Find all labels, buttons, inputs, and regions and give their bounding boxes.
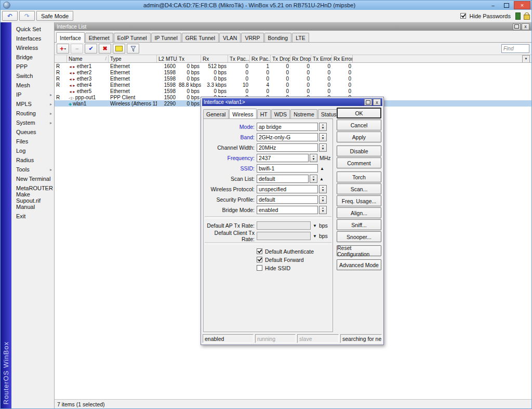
column-rx-pac[interactable]: Rx Pac... — [250, 55, 271, 62]
tab-vrrp[interactable]: VRRP — [241, 33, 263, 42]
enable-button[interactable]: ✔ — [85, 44, 97, 54]
dialog-tab-wds[interactable]: WDS — [271, 109, 290, 118]
table-row-ether3[interactable]: R◄►ether3Ethernet15980 bps0 bps000000 — [55, 75, 531, 82]
safe-mode-button[interactable]: Safe Mode — [36, 11, 73, 21]
torch-button[interactable]: Torch — [337, 171, 381, 182]
disable-button[interactable]: ✖ — [99, 44, 111, 54]
sidebar-item-exit[interactable]: Exit — [11, 212, 54, 221]
tab-eoip-tunnel[interactable]: EoIP Tunnel — [114, 33, 151, 42]
interface-list-titlebar[interactable]: Interface List x — [55, 22, 531, 31]
scan-list-dropdown-button[interactable]: ▾ — [310, 175, 317, 183]
scan-list-collapse-button[interactable]: ▲ — [320, 177, 324, 181]
sidebar-item-queues[interactable]: Queues — [11, 127, 54, 137]
hide-ssid-checkbox[interactable] — [257, 265, 262, 271]
sidebar-item-radius[interactable]: Radius — [11, 155, 54, 165]
bridge-mode-input[interactable]: enabled — [257, 206, 318, 214]
dialog-tab-wireless[interactable]: Wireless — [229, 109, 256, 119]
ssid-input[interactable]: bwifi-1 — [257, 164, 318, 173]
column-rx-errors[interactable]: Rx Errors — [332, 55, 353, 62]
sidebar-item-log[interactable]: Log — [11, 146, 54, 155]
sidebar-item-routing[interactable]: Routing▸ — [11, 109, 54, 118]
tab-lte[interactable]: LTE — [292, 33, 309, 42]
security-profile-dropdown-button[interactable]: ▾ — [319, 195, 327, 204]
tab-gre-tunnel[interactable]: GRE Tunnel — [182, 33, 219, 42]
undo-button[interactable]: ↶ — [2, 11, 18, 21]
sidebar-item-ppp[interactable]: PPP — [11, 62, 54, 71]
column-flag[interactable] — [55, 55, 67, 62]
interface-list-close-button[interactable]: x — [522, 23, 529, 30]
sidebar-item-wireless[interactable]: Wireless — [11, 43, 54, 52]
interface-list-restore-button[interactable] — [513, 23, 521, 30]
tab-bonding[interactable]: Bonding — [264, 33, 292, 42]
default-authenticate-checkbox[interactable] — [257, 248, 262, 254]
dialog-close-button[interactable]: x — [373, 99, 381, 105]
column-rx[interactable]: Rx — [201, 55, 228, 62]
comment-button[interactable] — [113, 44, 125, 54]
align-button[interactable]: Align... — [337, 207, 381, 218]
frequency-dropdown-button[interactable]: ▾ — [310, 154, 317, 162]
table-row-ether5[interactable]: ◄►ether5Ethernet15980 bps0 bps000000 — [55, 88, 531, 94]
column-tx-drops[interactable]: Tx Drops — [271, 55, 290, 62]
filter-button[interactable] — [127, 44, 139, 54]
sidebar-item-bridge[interactable]: Bridge — [11, 52, 54, 62]
column-type[interactable]: Type — [109, 55, 157, 62]
sidebar-item-make-supout-rif[interactable]: Make Supout.rif — [11, 193, 54, 202]
sidebar-item-switch[interactable]: Switch — [11, 71, 54, 81]
sidebar-item-quick-set[interactable]: Quick Set — [11, 24, 54, 34]
freq-usage-button[interactable]: Freq. Usage... — [337, 195, 381, 206]
frequency-input[interactable]: 2437 — [257, 154, 309, 162]
reset-configuration-button[interactable]: Reset Configuration — [337, 245, 381, 256]
redo-button[interactable]: ↷ — [19, 11, 35, 21]
sidebar-item-mesh[interactable]: Mesh — [11, 81, 54, 90]
column-tx-pac[interactable]: Tx Pac... — [228, 55, 250, 62]
band-dropdown-button[interactable]: ▾ — [319, 133, 327, 141]
wireless-protocol-dropdown-button[interactable]: ▾ — [319, 185, 327, 193]
table-row-ether1[interactable]: R◄►ether1Ethernet16000 bps512 bps010000 — [55, 63, 531, 69]
sidebar-item-ip[interactable]: IP▸ — [11, 90, 54, 99]
column-tx-errors[interactable]: Tx Errors — [311, 55, 332, 62]
security-profile-input[interactable]: default — [257, 195, 318, 204]
sidebar-item-new-terminal[interactable]: New Terminal — [11, 174, 54, 183]
channel-width-dropdown-button[interactable]: ▾ — [319, 143, 327, 152]
sidebar-item-files[interactable]: Files — [11, 137, 54, 146]
column-l2-mtu[interactable]: L2 MTU — [157, 55, 177, 62]
close-button[interactable]: × — [514, 1, 530, 9]
column-tx[interactable]: Tx — [177, 55, 201, 62]
channel-width-input[interactable]: 20MHz — [257, 143, 318, 152]
sidebar-item-interfaces[interactable]: Interfaces — [11, 34, 54, 43]
column-rx-drops[interactable]: Rx Drops — [290, 55, 311, 62]
restore-button[interactable] — [500, 2, 513, 9]
dialog-tab-nstreme[interactable]: Nstreme — [290, 109, 317, 118]
default-forward-checkbox[interactable] — [257, 257, 262, 262]
tab-interface[interactable]: Interface — [56, 32, 85, 43]
snooper-button[interactable]: Snooper... — [337, 231, 381, 242]
column-selector-button[interactable]: ▼ — [522, 55, 530, 62]
apply-button[interactable]: Apply — [337, 131, 381, 142]
wireless-protocol-input[interactable]: unspecified — [257, 185, 318, 193]
cancel-button[interactable]: Cancel — [337, 120, 381, 130]
minimize-button[interactable]: – — [487, 2, 499, 9]
sniff-button[interactable]: Sniff... — [337, 219, 381, 230]
mode-input[interactable]: ap bridge — [257, 123, 318, 131]
sidebar-item-mpls[interactable]: MPLS▸ — [11, 99, 54, 109]
sidebar-item-system[interactable]: System▸ — [11, 118, 54, 127]
dialog-tab-ht[interactable]: HT — [257, 109, 271, 118]
mode-dropdown-button[interactable]: ▾ — [319, 123, 327, 131]
column-name[interactable]: Name/ — [67, 55, 109, 62]
scan-list-input[interactable]: default — [257, 175, 309, 183]
dialog-tab-general[interactable]: General — [203, 109, 229, 118]
remove-button[interactable]: − — [71, 44, 83, 54]
dialog-restore-button[interactable] — [364, 99, 372, 105]
tab-ethernet[interactable]: Ethernet — [85, 33, 113, 42]
add-button[interactable]: +▾ — [57, 44, 69, 54]
tab-vlan[interactable]: VLAN — [219, 33, 241, 42]
hide-passwords-checkbox[interactable] — [460, 13, 466, 19]
sidebar-item-tools[interactable]: Tools▸ — [11, 165, 54, 174]
dialog-titlebar[interactable]: Interface <wlan1> x — [202, 98, 382, 106]
ssid-collapse-button[interactable]: ▲ — [320, 166, 324, 171]
bridge-mode-dropdown-button[interactable]: ▾ — [319, 206, 327, 214]
tab-ip-tunnel[interactable]: IP Tunnel — [151, 33, 181, 42]
band-input[interactable]: 2GHz-only-G — [257, 133, 318, 141]
table-row-ether2[interactable]: R◄►ether2Ethernet15980 bps0 bps000000 — [55, 69, 531, 75]
disable-button[interactable]: Disable — [337, 146, 381, 156]
